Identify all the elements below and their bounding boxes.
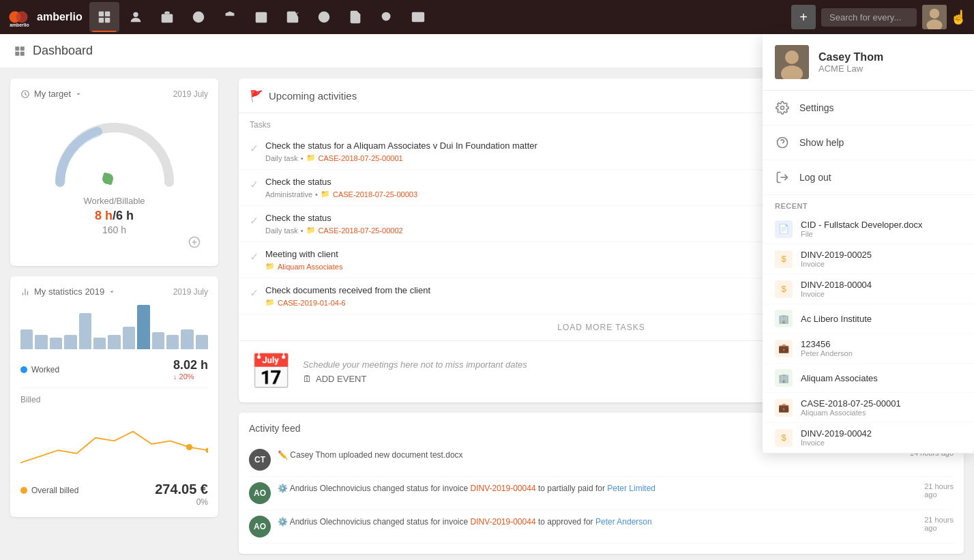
billable-value: 6 h: [116, 209, 134, 222]
search-input[interactable]: [821, 8, 917, 27]
person-link-1[interactable]: Peter Limited: [607, 484, 655, 493]
target-card-title: My target: [20, 89, 82, 99]
task-check-1[interactable]: ✓: [250, 178, 259, 191]
svg-point-37: [186, 444, 192, 450]
recent-item-icon-5: 🏢: [775, 369, 793, 387]
target-card-header: My target 2019 July: [20, 89, 208, 99]
feed-content-2: ⚙️ Andrius Olechnovicius changed status …: [278, 482, 917, 495]
person-link-2[interactable]: Peter Anderson: [595, 517, 652, 527]
recent-item[interactable]: 💼 123456 Peter Anderson: [763, 334, 974, 364]
billed-value: 274.05 €: [155, 482, 208, 497]
stats-dropdown-icon[interactable]: [108, 289, 115, 295]
task-check-3[interactable]: ✓: [250, 250, 259, 263]
recent-item-name-0: CID - Fullstack Developer.docx: [801, 220, 922, 230]
task-case-link-0[interactable]: CASE-2018-07-25-00001: [319, 154, 403, 162]
nav-time[interactable]: [309, 2, 339, 32]
nav-tasks[interactable]: [278, 2, 308, 32]
logo[interactable]: amberlio amberlio: [7, 5, 83, 29]
billed-dot: [20, 487, 27, 494]
nav-calendar[interactable]: [246, 2, 276, 32]
recent-item[interactable]: 🏢 Aliquam Associates: [763, 364, 974, 393]
svg-text:$: $: [196, 14, 201, 21]
user-avatar-nav[interactable]: [922, 5, 947, 29]
nav-bank[interactable]: [215, 2, 245, 32]
add-time-icon[interactable]: [188, 235, 201, 249]
settings-menu-item[interactable]: Settings: [763, 91, 974, 126]
recent-item-icon-1: $: [775, 250, 793, 268]
my-target-card: My target 2019 July Worked/Billable: [10, 78, 218, 266]
left-panel: My target 2019 July Worked/Billable: [0, 68, 228, 560]
task-case-link-4[interactable]: CASE-2019-01-04-6: [278, 299, 346, 307]
brand-name: amberlio: [37, 11, 83, 23]
nav-review[interactable]: [372, 2, 402, 32]
svg-rect-24: [15, 46, 19, 50]
logout-label: Log out: [799, 172, 831, 183]
task-sep-2: •: [301, 226, 304, 235]
bar-chart-bar: [20, 329, 33, 349]
nav-billing[interactable]: $: [183, 2, 213, 32]
my-statistics-card: My statistics 2019 2019 July Worked 8.02…: [10, 276, 218, 517]
recent-item-text-2: DINV-2018-00004 Invoice: [801, 280, 872, 298]
feed-avatar-ct: CT: [249, 449, 271, 471]
bar-chart-bar: [166, 335, 179, 349]
worked-value: 8 h: [95, 209, 113, 222]
feed-avatar-ao: AO: [249, 482, 271, 504]
bar-chart: [20, 305, 208, 353]
recent-item[interactable]: $ DINV-2019-00042 Invoice: [763, 423, 974, 453]
target-dropdown-icon[interactable]: [75, 91, 82, 98]
nav-contacts[interactable]: [121, 2, 151, 32]
task-case-link-3[interactable]: Aliquam Associates: [278, 263, 342, 271]
recent-item-type-7: Invoice: [801, 439, 872, 447]
recent-item-text-1: DINV-2019-00025 Invoice: [801, 250, 872, 268]
nav-icons: $: [89, 2, 788, 32]
help-menu-item[interactable]: Show help: [763, 126, 974, 160]
stats-card-title: My statistics 2019: [20, 286, 115, 297]
recent-item[interactable]: 💼 CASE-2018-07-25-00001 Aliquam Associat…: [763, 393, 974, 423]
invoice-link-1[interactable]: DINV-2019-00044: [470, 484, 535, 493]
task-case-icon-3: 📁: [265, 262, 275, 271]
recent-item-icon-7: $: [775, 429, 793, 447]
gear-menu-icon: [775, 100, 790, 115]
task-case-link-1[interactable]: CASE-2018-07-25-00003: [333, 190, 417, 198]
feed-avatar-ao-2: AO: [249, 516, 271, 537]
recent-item[interactable]: 📄 CID - Fullstack Developer.docx File: [763, 214, 974, 244]
gear-icon: ⚙️: [278, 484, 290, 493]
svg-point-22: [930, 9, 939, 18]
nav-documents[interactable]: [340, 2, 370, 32]
recent-item[interactable]: 🏢 Ac Libero Institute: [763, 304, 974, 334]
recent-item[interactable]: $ DINV-2018-00004 Invoice: [763, 274, 974, 304]
stats-card-header: My statistics 2019 2019 July: [20, 286, 208, 297]
worked-stat-row: Worked 8.02 h ↓ 20%: [20, 358, 208, 381]
svg-point-38: [205, 448, 208, 453]
svg-rect-11: [255, 12, 267, 23]
nav-dashboard[interactable]: [89, 2, 119, 32]
task-check-0[interactable]: ✓: [250, 142, 259, 155]
svg-text:amberlio: amberlio: [10, 23, 29, 27]
invoice-link-2[interactable]: DINV-2019-00044: [470, 517, 535, 527]
task-case-link-2[interactable]: CASE-2018-07-25-00002: [319, 226, 403, 235]
svg-rect-5: [98, 18, 103, 23]
gauge-values: 8 h/6 h: [95, 209, 134, 223]
recent-item-name-7: DINV-2019-00042: [801, 428, 872, 439]
add-event-btn[interactable]: 🗓 ADD EVENT: [303, 374, 527, 384]
recent-item[interactable]: $ DINV-2019-00025 Invoice: [763, 244, 974, 274]
feed-time-3: 21 hoursago: [924, 516, 954, 532]
nav-mail[interactable]: [403, 2, 433, 32]
recent-item-text-3: Ac Libero Institute: [801, 314, 872, 324]
bar-chart-bar: [64, 335, 76, 349]
feed-item: AO ⚙️ Andrius Olechnovicius changed stat…: [249, 510, 954, 544]
dashboard-breadcrumb-icon: [14, 45, 26, 57]
logout-menu-item[interactable]: Log out: [763, 160, 974, 195]
task-check-2[interactable]: ✓: [250, 214, 259, 227]
add-button[interactable]: +: [791, 5, 816, 29]
recent-item-type-2: Invoice: [801, 290, 872, 298]
task-sep-1: •: [315, 190, 318, 198]
recent-item-icon-0: 📄: [775, 220, 793, 238]
recent-item-name-6: CASE-2018-07-25-00001: [801, 398, 901, 409]
nav-reports[interactable]: [434, 2, 464, 32]
edit-icon: ✏️: [278, 450, 290, 460]
nav-cases[interactable]: [152, 2, 182, 32]
task-case-icon-1: 📁: [321, 190, 330, 198]
task-check-4[interactable]: ✓: [250, 286, 259, 299]
feed-item: AO ⚙️ Andrius Olechnovicius changed stat…: [249, 477, 954, 510]
